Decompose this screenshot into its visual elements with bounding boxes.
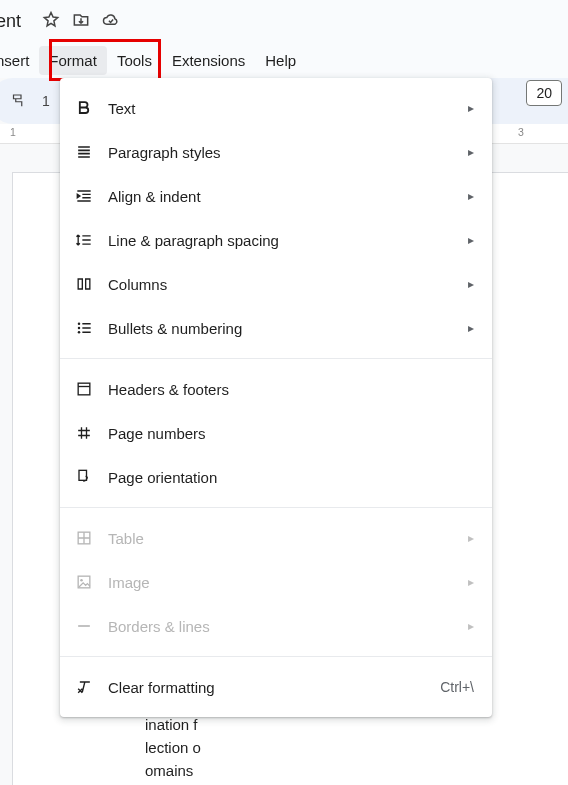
keyboard-shortcut: Ctrl+\: [440, 679, 474, 695]
page-numbers-icon: [60, 423, 108, 443]
menu-item-bullets-numbering[interactable]: Bullets & numbering ▸: [60, 306, 492, 350]
image-icon: [60, 572, 108, 592]
line-spacing-icon: [60, 230, 108, 250]
font-size-input[interactable]: 20: [526, 80, 562, 106]
align-indent-icon: [60, 186, 108, 206]
menu-item-text[interactable]: Text ▸: [60, 86, 492, 130]
ruler-mark: 1: [10, 126, 16, 138]
svg-rect-3: [78, 383, 90, 395]
chevron-right-icon: ▸: [468, 277, 474, 291]
svg-point-1: [78, 327, 81, 330]
menu-separator: [60, 507, 492, 508]
svg-rect-4: [79, 470, 87, 480]
menu-item-page-orientation[interactable]: Page orientation: [60, 455, 492, 499]
chevron-right-icon: ▸: [468, 575, 474, 589]
chevron-right-icon: ▸: [468, 531, 474, 545]
svg-point-7: [80, 579, 83, 582]
table-icon: [60, 528, 108, 548]
chevron-right-icon: ▸: [468, 321, 474, 335]
menu-item-table: Table ▸: [60, 516, 492, 560]
menu-insert[interactable]: nsert: [0, 46, 39, 75]
columns-icon: [60, 274, 108, 294]
menu-format[interactable]: Format: [39, 46, 107, 75]
chevron-right-icon: ▸: [468, 233, 474, 247]
menu-item-borders-lines: Borders & lines ▸: [60, 604, 492, 648]
menu-item-image: Image ▸: [60, 560, 492, 604]
page-orientation-icon: [60, 467, 108, 487]
bullets-numbering-icon: [60, 318, 108, 338]
format-dropdown: Text ▸ Paragraph styles ▸ Align & indent…: [60, 78, 492, 717]
menu-separator: [60, 656, 492, 657]
headers-footers-icon: [60, 379, 108, 399]
cloud-status-icon[interactable]: [101, 10, 121, 33]
menu-item-headers-footers[interactable]: Headers & footers: [60, 367, 492, 411]
paragraph-styles-icon: [60, 142, 108, 162]
svg-point-0: [78, 323, 81, 326]
zoom-value-fragment[interactable]: 1: [42, 93, 50, 109]
menu-item-columns[interactable]: Columns ▸: [60, 262, 492, 306]
chevron-right-icon: ▸: [468, 189, 474, 203]
menu-separator: [60, 358, 492, 359]
menu-item-align-indent[interactable]: Align & indent ▸: [60, 174, 492, 218]
move-icon[interactable]: [71, 10, 91, 33]
menu-help[interactable]: Help: [255, 46, 306, 75]
star-icon[interactable]: [41, 10, 61, 33]
chevron-right-icon: ▸: [468, 101, 474, 115]
document-title-fragment[interactable]: ent: [0, 11, 21, 32]
chevron-right-icon: ▸: [468, 145, 474, 159]
menu-tools[interactable]: Tools: [107, 46, 162, 75]
menu-item-clear-formatting[interactable]: Clear formatting Ctrl+\: [60, 665, 492, 709]
paint-format-icon[interactable]: [4, 87, 32, 115]
borders-lines-icon: [60, 616, 108, 636]
menu-item-paragraph-styles[interactable]: Paragraph styles ▸: [60, 130, 492, 174]
clear-formatting-icon: [60, 677, 108, 697]
menu-extensions[interactable]: Extensions: [162, 46, 255, 75]
menu-item-page-numbers[interactable]: Page numbers: [60, 411, 492, 455]
chevron-right-icon: ▸: [468, 619, 474, 633]
menu-item-line-spacing[interactable]: Line & paragraph spacing ▸: [60, 218, 492, 262]
ruler-mark: 3: [518, 126, 524, 138]
svg-point-2: [78, 331, 81, 334]
bold-icon: [60, 98, 108, 118]
menubar: nsert Format Tools Extensions Help: [0, 42, 568, 78]
